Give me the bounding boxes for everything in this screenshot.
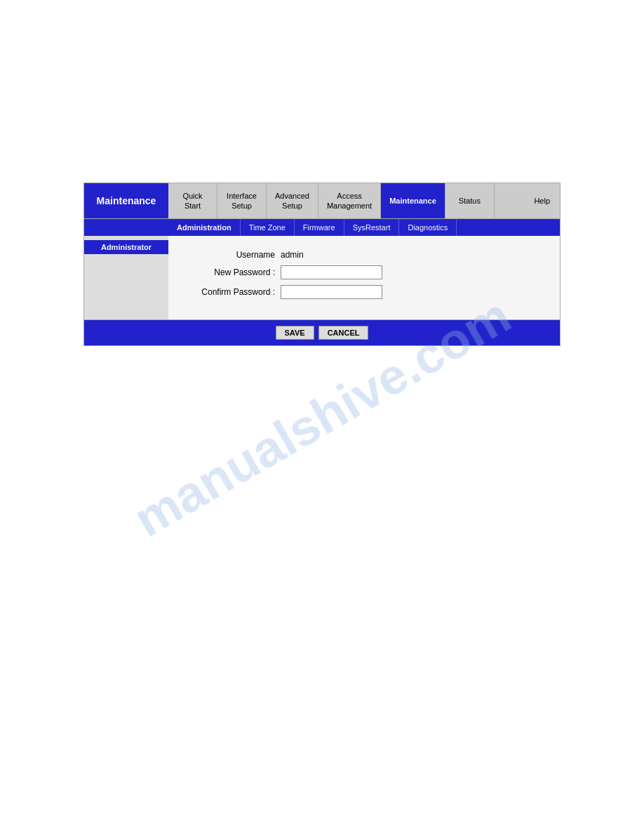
username-row: Username admin — [189, 250, 539, 260]
main-container: Maintenance QuickStart InterfaceSetup Ad… — [83, 183, 561, 346]
nav-help[interactable]: Help — [524, 183, 560, 218]
nav-item-interface-setup[interactable]: InterfaceSetup — [217, 183, 267, 218]
save-button[interactable]: SAVE — [276, 326, 314, 340]
action-bar: SAVE CANCEL — [83, 320, 561, 346]
sub-nav-firmware[interactable]: Firmware — [295, 219, 344, 236]
username-value: admin — [281, 250, 304, 260]
sub-nav: Administration Time Zone Firmware SysRes… — [83, 219, 561, 236]
confirm-password-input[interactable] — [281, 285, 382, 299]
sub-nav-brand — [84, 219, 168, 236]
new-password-input[interactable] — [281, 265, 382, 279]
sub-nav-sysrestart[interactable]: SysRestart — [344, 219, 400, 236]
nav-item-status[interactable]: Status — [445, 183, 495, 218]
confirm-password-row: Confirm Password : — [189, 285, 539, 299]
nav-item-advanced-setup[interactable]: AdvancedSetup — [267, 183, 318, 218]
username-label: Username — [189, 250, 281, 260]
brand-label: Maintenance — [84, 183, 168, 218]
nav-items: QuickStart InterfaceSetup AdvancedSetup … — [168, 183, 560, 218]
sub-nav-administration[interactable]: Administration — [168, 219, 241, 236]
top-nav: Maintenance QuickStart InterfaceSetup Ad… — [83, 183, 561, 219]
new-password-label: New Password : — [189, 267, 281, 277]
nav-item-access-management[interactable]: AccessManagement — [318, 183, 381, 218]
confirm-password-label: Confirm Password : — [189, 287, 281, 297]
content-sidebar: Administrator — [84, 236, 168, 319]
nav-spacer — [495, 183, 525, 218]
nav-item-maintenance[interactable]: Maintenance — [381, 183, 445, 218]
sub-nav-items: Administration Time Zone Firmware SysRes… — [168, 219, 560, 236]
new-password-row: New Password : — [189, 265, 539, 279]
content-area: Administrator Username admin New Passwor… — [83, 236, 561, 320]
sub-nav-diagnostics[interactable]: Diagnostics — [399, 219, 457, 236]
content-main: Username admin New Password : Confirm Pa… — [168, 236, 560, 319]
sidebar-label: Administrator — [84, 240, 168, 254]
nav-item-quick-start[interactable]: QuickStart — [168, 183, 217, 218]
cancel-button[interactable]: CANCEL — [318, 326, 369, 340]
sub-nav-time-zone[interactable]: Time Zone — [241, 219, 295, 236]
